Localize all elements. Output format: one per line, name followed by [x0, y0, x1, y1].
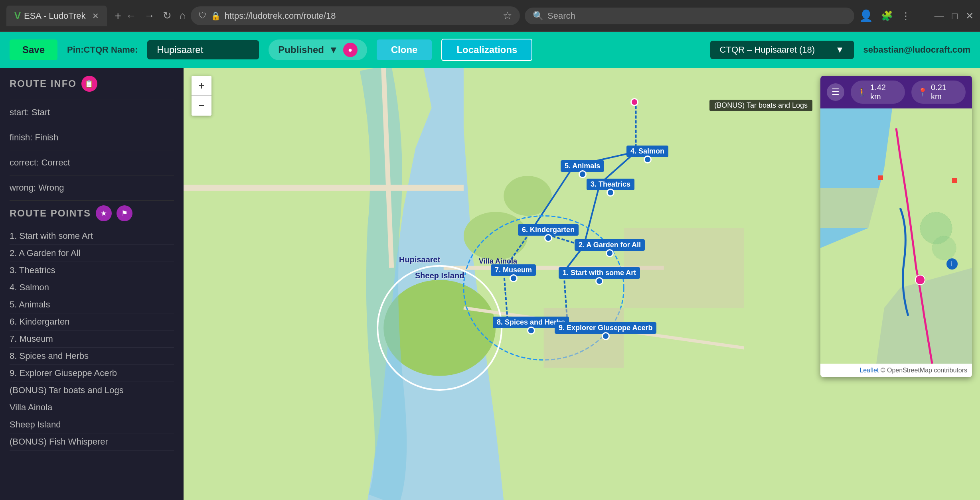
walk-distance: 1.42 km	[870, 83, 899, 101]
add-flag-point-button[interactable]: ⚑	[117, 205, 132, 221]
pin-8-dot	[527, 327, 535, 335]
localizations-button[interactable]: Localizations	[441, 39, 532, 61]
save-button[interactable]: Save	[10, 39, 57, 60]
user-email: sebastian@ludocraft.com	[863, 45, 970, 55]
bonus-tar-boats-label: (BONUS) Tar boats and Logs	[709, 100, 812, 111]
zoom-in-button[interactable]: +	[192, 76, 211, 96]
browser-tab[interactable]: V ESA - LudoTrek ✕	[6, 6, 107, 26]
ctqr-dropdown[interactable]: CTQR – Hupisaaret (18) ▼	[710, 41, 854, 59]
pin-7-museum[interactable]: 7. Museum	[491, 264, 536, 282]
window-controls: 👤 🧩 ⋮ — □ ✕	[859, 9, 974, 22]
route-list-item-5[interactable]: 5. Animals	[10, 296, 174, 313]
location-pin-icon: 📍	[918, 87, 928, 97]
pin-3-theatrics[interactable]: 3. Theatrics	[587, 179, 634, 197]
route-list-item-4[interactable]: 4. Salmon	[10, 279, 174, 296]
sheep-island-map-label: Sheep Island	[415, 271, 464, 280]
svg-text:i: i	[950, 260, 952, 267]
route-info-label: ROUTE INFO	[10, 78, 77, 89]
pin-6-kindergarten[interactable]: 6. Kindergarten	[518, 224, 579, 242]
extensions-icon[interactable]: 🧩	[881, 10, 893, 22]
divider-5	[10, 200, 174, 201]
published-label: Published	[278, 44, 324, 55]
route-list-item-9[interactable]: 9. Explorer Giuseppe Acerb	[10, 365, 174, 382]
route-list-item-1[interactable]: 1. Start with some Art	[10, 228, 174, 245]
pin-4-dot	[644, 156, 652, 163]
route-list-item-10[interactable]: (BONUS) Tar boats and Logs	[10, 382, 174, 399]
published-toggle[interactable]: ▼	[329, 44, 338, 55]
back-button[interactable]: ←	[126, 10, 136, 22]
overlay-footer: Leaflet © OpenStreetMap contributors	[820, 364, 972, 377]
overlay-menu-icon[interactable]: ☰	[827, 83, 844, 101]
route-info-icon[interactable]: 📋	[81, 76, 97, 92]
lock-icon: 🔒	[211, 11, 221, 21]
route-list-item-13[interactable]: (BONUS) Fish Whisperer	[10, 433, 174, 451]
divider-4	[10, 175, 174, 175]
map-overlay-panel: ☰ 🚶 1.42 km 📍 0.21 km	[820, 76, 972, 377]
pin-1-start-art[interactable]: 1. Start with some Art	[559, 267, 640, 285]
loc-distance: 0.21 km	[931, 83, 959, 101]
route-points-list: 1. Start with some Art2. A Garden for Al…	[10, 228, 174, 451]
refresh-button[interactable]: ↻	[163, 10, 172, 22]
pin-ctqr-input[interactable]	[147, 40, 259, 59]
address-bar[interactable]: 🛡 🔒 https://ludotrek.com/route/18 ☆	[191, 6, 520, 25]
osm-attribution: © OpenStreetMap contributors	[881, 367, 967, 374]
pin-4-salmon[interactable]: 4. Salmon	[626, 146, 668, 163]
browser-nav-controls: ← → ↻ ⌂	[126, 10, 186, 22]
forward-button[interactable]: →	[144, 10, 155, 22]
home-button[interactable]: ⌂	[180, 10, 186, 22]
tab-favicon: V	[14, 10, 21, 22]
pin-2-dot	[606, 249, 614, 257]
svg-point-21	[932, 236, 956, 260]
divider-3	[10, 150, 174, 150]
pin-6-dot	[544, 234, 552, 242]
svg-point-16	[946, 258, 958, 270]
route-list-item-12[interactable]: Sheep Island	[10, 416, 174, 433]
overlay-walk-stat: 🚶 1.42 km	[851, 81, 905, 104]
minimize-button[interactable]: —	[935, 10, 944, 22]
route-list-item-3[interactable]: 3. Theatrics	[10, 262, 174, 279]
walk-icon: 🚶	[857, 87, 867, 97]
pin-9-explorer[interactable]: 9. Explorer Giuseppe Acerb	[555, 322, 656, 340]
tab-close-button[interactable]: ✕	[92, 11, 99, 21]
pin-bonus-tar[interactable]	[630, 100, 638, 106]
pin-3-dot	[607, 189, 614, 197]
zoom-out-button[interactable]: −	[192, 96, 211, 116]
route-list-item-8[interactable]: 8. Spices and Herbs	[10, 348, 174, 365]
divider-2	[10, 125, 174, 125]
leaflet-link[interactable]: Leaflet	[859, 367, 879, 374]
published-badge: Published ▼ ●	[269, 39, 367, 60]
pin-9-dot	[602, 332, 610, 340]
finish-info: finish: Finish	[10, 130, 174, 145]
bookmark-icon[interactable]: ☆	[503, 10, 512, 22]
route-list-item-2[interactable]: 2. A Garden for All	[10, 245, 174, 262]
window-close-button[interactable]: ✕	[966, 10, 974, 22]
route-points-label: ROUTE POINTS	[10, 208, 91, 219]
dropdown-arrow-icon: ▼	[836, 45, 844, 55]
pin-ctqr-label: Pin:CTQR Name:	[67, 45, 138, 55]
pin-1-dot	[595, 277, 603, 285]
search-icon: 🔍	[533, 11, 543, 21]
pin-2-garden[interactable]: 2. A Garden for All	[575, 239, 645, 257]
add-star-point-button[interactable]: ★	[96, 205, 112, 221]
overlay-loc-stat: 📍 0.21 km	[911, 81, 966, 104]
wrong-info: wrong: Wrong	[10, 180, 174, 195]
clone-button[interactable]: Clone	[377, 39, 432, 60]
pin-5-animals[interactable]: 5. Animals	[561, 160, 604, 178]
settings-icon[interactable]: ⋮	[901, 10, 911, 22]
browser-search-box[interactable]: 🔍 Search	[525, 8, 854, 24]
overlay-header: ☰ 🚶 1.42 km 📍 0.21 km	[820, 76, 972, 108]
route-list-item-6[interactable]: 6. Kindergarten	[10, 313, 174, 331]
new-tab-button[interactable]: +	[115, 10, 121, 22]
route-list-item-11[interactable]: Villa Ainola	[10, 399, 174, 416]
tab-title: ESA - LudoTrek	[24, 11, 85, 21]
profile-icon[interactable]: 👤	[859, 9, 873, 22]
pin-bonus-dot	[630, 98, 638, 106]
map-area[interactable]: + − (BONUS) Tar boats and Logs Hupisaare…	[184, 68, 980, 500]
maximize-button[interactable]: □	[952, 10, 958, 22]
pin-5-dot	[579, 170, 587, 178]
correct-info: correct: Correct	[10, 155, 174, 170]
hupisaaret-label: Hupisaaret	[399, 255, 440, 264]
app-toolbar: Save Pin:CTQR Name: Published ▼ ● Clone …	[0, 32, 980, 68]
route-list-item-7[interactable]: 7. Museum	[10, 331, 174, 348]
svg-point-15	[915, 275, 925, 285]
